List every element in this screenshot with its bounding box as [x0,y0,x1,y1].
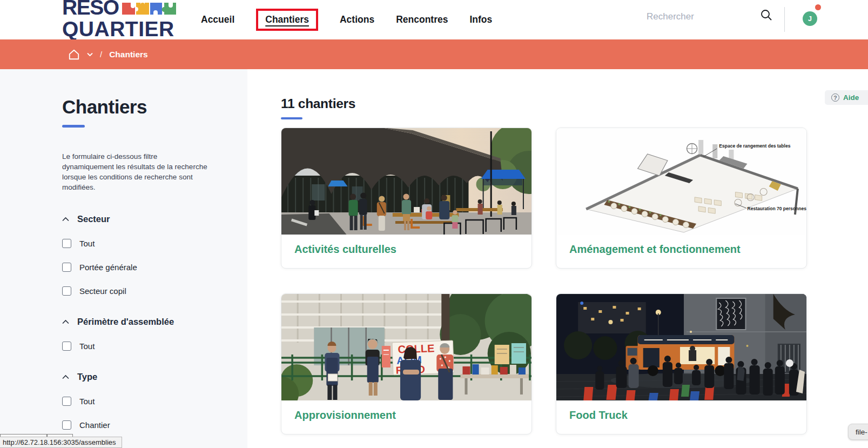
avatar-initial: J [808,15,812,23]
breadcrumb-separator: / [100,50,102,59]
checkbox-label: Chantier [79,420,110,430]
card-amenagement[interactable]: Espace de rangement des tables Restaurat… [556,128,807,269]
home-icon[interactable] [68,49,80,61]
filters-description: Le formulaire ci-dessous filtre dynamiqu… [62,151,209,193]
chevron-up-icon [62,217,69,222]
search-input[interactable] [645,11,745,23]
checkbox-label: Tout [79,239,95,248]
filter-section-label: Secteur [77,214,110,224]
filter-option[interactable]: Tout [62,397,216,406]
filter-section-header[interactable]: Type [62,372,216,382]
card-title[interactable]: Activités culturelles [281,235,531,264]
filter-option[interactable]: Portée générale [62,263,216,272]
drag-file-label: file- [856,428,867,436]
nav-item-chantiers[interactable]: Chantiers [265,14,309,25]
card-image-approvisionnement: COLLE ALIM RESO [281,294,531,400]
status-url: http://62.72.18.156:3035/assemblies [3,438,116,446]
checkbox[interactable] [62,420,71,430]
filter-option[interactable]: Chantier [62,420,216,430]
checkbox-label: Secteur copil [79,286,126,296]
top-navbar: RESO QUARTIER Accueil Chantiers Actions … [0,0,868,39]
checkbox-label: Portée générale [79,263,137,272]
page-title: Chantiers [62,96,216,118]
results-count-heading: 11 chantiers [281,96,868,111]
checkbox[interactable] [62,397,71,406]
card-food-truck[interactable]: Food Truck [556,293,807,434]
nav-item-infos[interactable]: Infos [469,14,492,25]
user-avatar[interactable]: J [803,11,817,26]
site-logo[interactable]: RESO QUARTIER [62,0,177,39]
card-title[interactable]: Approvisionnement [281,400,531,430]
filter-option[interactable]: Secteur copil [62,286,216,296]
red-annotation-box: Chantiers [256,9,318,31]
help-button[interactable]: ? Aide [825,90,868,105]
filter-section-header[interactable]: Secteur [62,214,216,224]
checkbox[interactable] [62,342,71,351]
browser-status-bar: http://62.72.18.156:3035/assemblies [0,437,122,448]
question-mark-icon: ? [831,93,839,102]
results-area: 11 chantiers ? Aide [247,69,868,448]
breadcrumb-bar: / Chantiers [0,39,868,69]
notification-dot [815,4,821,10]
chevron-down-icon[interactable] [87,52,93,57]
filter-section-header[interactable]: Périmètre d'assemblée [62,317,216,327]
filter-section-secteur: Secteur Tout Portée générale Secteur cop… [62,214,216,296]
filter-section-perimetre: Périmètre d'assemblée Tout [62,317,216,351]
card-approvisionnement[interactable]: COLLE ALIM RESO [281,293,532,434]
drag-file-tooltip: file- [848,424,868,440]
checkbox-label: Tout [79,397,95,406]
checkbox[interactable] [62,286,71,296]
heading-accent-bar [281,117,302,119]
search-icon[interactable] [760,9,772,21]
checkbox-label: Tout [79,342,95,351]
card-title[interactable]: Aménagement et fonctionnement [556,235,806,264]
card-image-amenagement: Espace de rangement des tables Restaurat… [556,128,806,235]
cards-grid: Activités culturelles [281,128,808,434]
card-image-food-truck [556,294,806,400]
nav-item-actions[interactable]: Actions [340,14,374,25]
puzzle-pieces-icon [121,0,177,18]
filters-sidebar: Chantiers Le formulaire ci-dessous filtr… [0,69,247,448]
checkbox[interactable] [62,239,71,248]
chevron-up-icon [62,319,69,324]
filter-section-label: Périmètre d'assemblée [77,317,174,327]
plan-label-dining: Restauration 70 personnes [748,206,806,211]
filter-option[interactable]: Tout [62,342,216,351]
checkbox[interactable] [62,263,71,272]
title-accent-bar [62,125,85,128]
header-divider [784,7,785,32]
card-image-activites-culturelles [281,128,531,235]
filter-section-label: Type [77,372,97,382]
breadcrumb-current[interactable]: Chantiers [109,50,148,59]
help-label: Aide [843,93,859,102]
chevron-up-icon [62,375,69,379]
card-activites-culturelles[interactable]: Activités culturelles [281,128,532,269]
page-content: Chantiers Le formulaire ci-dessous filtr… [0,69,868,448]
filter-section-type: Type Tout Chantier [62,372,216,430]
logo-text-quartier: QUARTIER [62,18,177,39]
card-title[interactable]: Food Truck [556,400,806,430]
plan-label-storage: Espace de rangement des tables [719,143,790,149]
main-nav: Accueil Chantiers Actions Rencontres Inf… [201,0,492,39]
logo-text-reso: RESO [62,0,119,18]
nav-item-rencontres[interactable]: Rencontres [396,14,448,25]
filter-option[interactable]: Tout [62,239,216,248]
nav-item-accueil[interactable]: Accueil [201,14,234,25]
